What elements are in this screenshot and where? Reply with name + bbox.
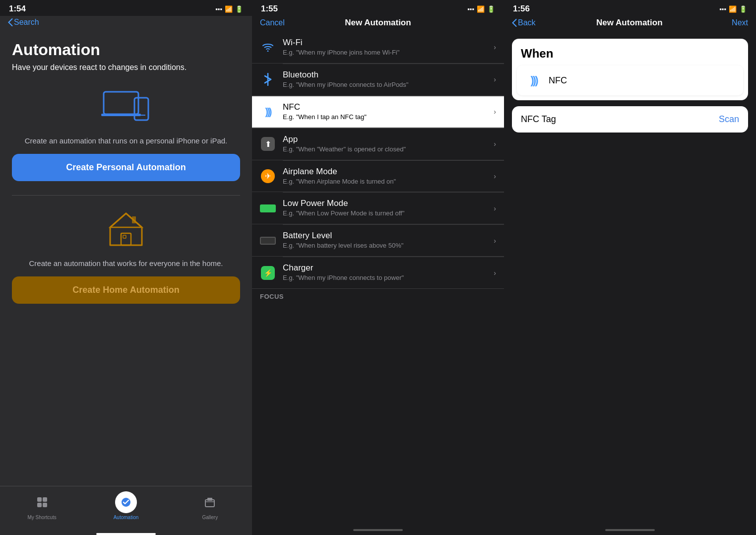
- wifi-status-icon-3: 📶: [729, 5, 737, 13]
- nfc-text: NFC E.g. "When I tap an NFC tag": [283, 102, 487, 122]
- airplane-subtitle: E.g. "When Airplane Mode is turned on": [283, 178, 487, 186]
- tab-gallery[interactable]: Gallery: [168, 491, 252, 520]
- wifi-chevron: ›: [494, 43, 496, 51]
- when-title: When: [521, 47, 739, 61]
- status-bar-2: 1:55 ▪▪▪ 📶 🔋: [252, 0, 504, 16]
- bluetooth-text: Bluetooth E.g. "When my iPhone connects …: [283, 70, 487, 89]
- nfc-title: NFC: [283, 102, 487, 112]
- automation-label: Automation: [114, 515, 139, 520]
- svg-rect-14: [205, 500, 214, 507]
- app-text: App E.g. "When "Weather" is opened or cl…: [283, 134, 487, 154]
- battery-status-icon: 🔋: [235, 5, 243, 13]
- svg-rect-0: [104, 92, 138, 114]
- back-label-1: Search: [14, 18, 39, 27]
- list-item-bluetooth[interactable]: Bluetooth E.g. "When my iPhone connects …: [252, 64, 504, 96]
- airplane-title: Airplane Mode: [283, 167, 487, 177]
- back-search-1[interactable]: Search: [8, 18, 39, 27]
- list-item-airplane[interactable]: ✈ Airplane Mode E.g. "When Airplane Mode…: [252, 161, 504, 193]
- personal-automation-card: Create an automation that runs on a pers…: [12, 87, 240, 181]
- charger-subtitle: E.g. "When my iPhone connects to power": [283, 274, 487, 282]
- personal-card-desc: Create an automation that runs on a pers…: [25, 135, 228, 146]
- airplane-icon: ✈: [260, 168, 276, 184]
- svg-rect-11: [37, 503, 42, 507]
- home-automation-card: Create an automation that works for ever…: [12, 209, 240, 304]
- lowpower-text: Low Power Mode E.g. "When Low Power Mode…: [283, 199, 487, 218]
- app-chevron: ›: [494, 140, 496, 148]
- charger-text: Charger E.g. "When my iPhone connects to…: [283, 263, 487, 282]
- battery-chevron: ›: [494, 237, 496, 245]
- when-nfc-icon: ))): [526, 72, 542, 88]
- screen2-panel: 1:55 ▪▪▪ 📶 🔋 Cancel New Automation Wi-Fi…: [252, 0, 504, 535]
- nfc-tag-row[interactable]: NFC Tag Scan: [512, 106, 748, 133]
- svg-marker-4: [110, 213, 142, 245]
- cancel-label: Cancel: [260, 18, 285, 27]
- svg-rect-2: [134, 98, 148, 120]
- screen1-content: Automation Have your devices react to ch…: [0, 31, 252, 486]
- list-item-lowpower[interactable]: Low Power Mode E.g. "When Low Power Mode…: [252, 193, 504, 224]
- airplane-chevron: ›: [494, 172, 496, 180]
- nav-bar-1: Search: [0, 16, 252, 31]
- scan-button[interactable]: Scan: [719, 114, 739, 125]
- svg-marker-5: [110, 213, 142, 227]
- wifi-subtitle: E.g. "When my iPhone joins home Wi-Fi": [283, 49, 487, 57]
- cancel-button[interactable]: Cancel: [260, 18, 285, 27]
- svg-rect-8: [132, 216, 136, 223]
- create-personal-automation-button[interactable]: Create Personal Automation: [12, 154, 240, 181]
- nav-title-3: New Automation: [536, 18, 723, 28]
- charger-icon: ⚡: [260, 265, 276, 281]
- when-nfc-item[interactable]: ))) NFC: [517, 66, 743, 95]
- app-title: App: [283, 134, 487, 144]
- svg-rect-12: [43, 503, 47, 507]
- when-card: When ))) NFC: [512, 39, 748, 100]
- screen3-panel: 1:56 ▪▪▪ 📶 🔋 Back New Automation Next Wh…: [504, 0, 756, 535]
- tab-my-shortcuts[interactable]: My Shortcuts: [0, 491, 84, 520]
- list-item-nfc[interactable]: ))) NFC E.g. "When I tap an NFC tag" ›: [252, 96, 504, 128]
- home-icon: [106, 209, 146, 251]
- list-item-wifi[interactable]: Wi-Fi E.g. "When my iPhone joins home Wi…: [252, 32, 504, 64]
- bluetooth-subtitle: E.g. "When my iPhone connects to AirPods…: [283, 81, 487, 89]
- status-icons-2: ▪▪▪ 📶 🔋: [467, 5, 495, 13]
- battery-subtitle: E.g. "When battery level rises above 50%…: [283, 242, 487, 250]
- back-button-3[interactable]: Back: [512, 18, 536, 27]
- signal-icon-2: ▪▪▪: [467, 5, 474, 13]
- automation-trigger-list: Wi-Fi E.g. "When my iPhone joins home Wi…: [252, 32, 504, 524]
- nfc-tag-label: NFC Tag: [521, 114, 556, 125]
- status-icons-3: ▪▪▪ 📶 🔋: [719, 5, 747, 13]
- lowpower-title: Low Power Mode: [283, 199, 487, 208]
- lowpower-subtitle: E.g. "When Low Power Mode is turned off": [283, 209, 487, 218]
- svg-rect-10: [43, 497, 47, 502]
- low-power-icon: [260, 201, 276, 216]
- page-subtitle-1: Have your devices react to changes in co…: [12, 62, 240, 73]
- status-bar-3: 1:56 ▪▪▪ 📶 🔋: [504, 0, 756, 16]
- list-item-charger[interactable]: ⚡ Charger E.g. "When my iPhone connects …: [252, 257, 504, 289]
- nfc-tag-card: NFC Tag Scan: [512, 106, 748, 133]
- wifi-status-icon: 📶: [225, 5, 233, 13]
- page-title-1: Automation: [12, 41, 240, 59]
- lowpower-chevron: ›: [494, 204, 496, 212]
- create-home-automation-button[interactable]: Create Home Automation: [12, 276, 240, 304]
- tab-automation[interactable]: Automation: [84, 491, 168, 520]
- home-card-desc: Create an automation that works for ever…: [29, 258, 223, 268]
- charger-title: Charger: [283, 263, 487, 273]
- next-button[interactable]: Next: [723, 18, 748, 27]
- battery-text: Battery Level E.g. "When battery level r…: [283, 231, 487, 250]
- list-item-app[interactable]: ⬆ App E.g. "When "Weather" is opened or …: [252, 129, 504, 160]
- nav-bar-2: Cancel New Automation: [252, 16, 504, 32]
- svg-point-16: [267, 51, 269, 52]
- nfc-icon: ))): [260, 104, 276, 120]
- status-icons-1: ▪▪▪ 📶 🔋: [215, 5, 243, 13]
- wifi-icon: [260, 39, 276, 55]
- bluetooth-title: Bluetooth: [283, 70, 487, 80]
- nfc-subtitle: E.g. "When I tap an NFC tag": [283, 113, 487, 122]
- divider: [12, 195, 240, 196]
- home-indicator-1: [96, 533, 156, 535]
- status-bar-1: 1:54 ▪▪▪ 📶 🔋: [0, 0, 252, 16]
- nav-bar-3: Back New Automation Next: [504, 16, 756, 32]
- my-shortcuts-icon: [31, 491, 53, 513]
- app-subtitle: E.g. "When "Weather" is opened or closed…: [283, 145, 487, 154]
- list-item-battery[interactable]: Battery Level E.g. "When battery level r…: [252, 225, 504, 257]
- automation-icon-wrap: [115, 491, 137, 513]
- gallery-icon: [199, 491, 221, 513]
- battery-icon: [260, 233, 276, 249]
- home-indicator-2: [353, 529, 403, 531]
